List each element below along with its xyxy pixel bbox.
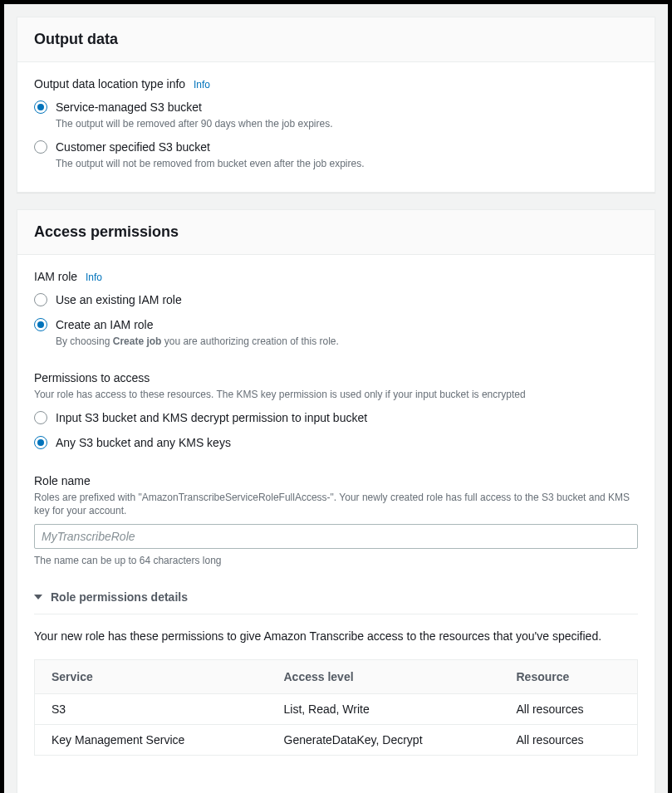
perm-access-hint: Your role has access to these resources.…	[34, 388, 638, 401]
access-permissions-panel: Access permissions IAM role Info Use an …	[17, 209, 655, 793]
radio-label: Any S3 bucket and any KMS keys	[56, 434, 231, 451]
cell-service: Key Management Service	[35, 725, 267, 756]
radio-label: Service-managed S3 bucket	[56, 99, 333, 115]
th-access: Access level	[267, 660, 500, 694]
table-row: Key Management Service GenerateDataKey, …	[35, 725, 638, 756]
perm-radio-group: Input S3 bucket and KMS decrypt permissi…	[34, 406, 638, 456]
role-name-hint: Roles are prefixed with "AmazonTranscrib…	[34, 491, 638, 517]
radio-desc: The output will not be removed from buck…	[56, 157, 365, 170]
th-service: Service	[35, 660, 267, 694]
radio-icon[interactable]	[34, 293, 47, 306]
output-location-label: Output data location type info Info	[34, 77, 638, 91]
role-permissions-toggle[interactable]: Role permissions details	[34, 590, 638, 604]
perm-access-label: Permissions to access	[34, 371, 638, 384]
role-permissions-details: Role permissions details	[34, 590, 638, 614]
role-name-label: Role name	[34, 474, 638, 487]
perm-option-any-bucket[interactable]: Any S3 bucket and any KMS keys	[34, 431, 638, 456]
iam-role-label: IAM role Info	[34, 270, 638, 283]
cell-access: GenerateDataKey, Decrypt	[267, 725, 500, 756]
radio-label: Create an IAM role	[56, 316, 339, 333]
output-location-radio-group: Service-managed S3 bucket The output wil…	[34, 95, 638, 175]
radio-icon[interactable]	[34, 411, 47, 424]
access-permissions-header: Access permissions	[17, 210, 655, 255]
radio-icon[interactable]	[34, 318, 47, 331]
role-permissions-title: Role permissions details	[51, 590, 188, 604]
table-header-row: Service Access level Resource	[35, 660, 638, 694]
role-name-constraint: The name can be up to 64 characters long	[34, 554, 638, 567]
output-data-body: Output data location type info Info Serv…	[17, 62, 655, 192]
output-option-service-managed[interactable]: Service-managed S3 bucket The output wil…	[34, 95, 638, 135]
iam-option-existing[interactable]: Use an existing IAM role	[34, 288, 638, 313]
th-resource: Resource	[500, 660, 638, 694]
radio-label: Input S3 bucket and KMS decrypt permissi…	[56, 409, 367, 426]
perm-option-input-bucket[interactable]: Input S3 bucket and KMS decrypt permissi…	[34, 406, 638, 431]
radio-desc: By choosing Create job you are authorizi…	[56, 335, 339, 348]
iam-role-radio-group: Use an existing IAM role Create an IAM r…	[34, 288, 638, 353]
cell-resource: All resources	[500, 725, 638, 756]
role-permissions-intro: Your new role has these permissions to g…	[34, 629, 638, 643]
cell-service: S3	[35, 694, 267, 725]
cell-access: List, Read, Write	[267, 694, 500, 725]
radio-desc: The output will be removed after 90 days…	[56, 117, 333, 130]
role-name-section: Role name Roles are prefixed with "Amazo…	[34, 474, 638, 567]
radio-label: Use an existing IAM role	[56, 291, 182, 308]
role-name-input[interactable]	[34, 524, 638, 549]
page-root: Output data Output data location type in…	[4, 4, 668, 793]
access-permissions-body: IAM role Info Use an existing IAM role C…	[17, 255, 655, 793]
table-row: S3 List, Read, Write All resources	[35, 694, 638, 725]
output-data-title: Output data	[34, 31, 638, 48]
radio-label: Customer specified S3 bucket	[56, 139, 365, 155]
output-info-link[interactable]: Info	[194, 79, 210, 91]
output-data-panel: Output data Output data location type in…	[17, 17, 655, 193]
radio-icon[interactable]	[34, 436, 47, 449]
output-option-customer-bucket[interactable]: Customer specified S3 bucket The output …	[34, 135, 638, 175]
radio-icon[interactable]	[34, 100, 47, 114]
cell-resource: All resources	[500, 694, 638, 725]
radio-icon[interactable]	[34, 140, 47, 154]
caret-down-icon	[34, 595, 42, 600]
iam-info-link[interactable]: Info	[86, 272, 102, 283]
permissions-to-access-section: Permissions to access Your role has acce…	[34, 371, 638, 456]
permissions-table: Service Access level Resource S3 List, R…	[34, 659, 638, 756]
output-data-header: Output data	[17, 17, 655, 62]
iam-option-create[interactable]: Create an IAM role By choosing Create jo…	[34, 313, 638, 353]
access-permissions-title: Access permissions	[34, 223, 638, 241]
